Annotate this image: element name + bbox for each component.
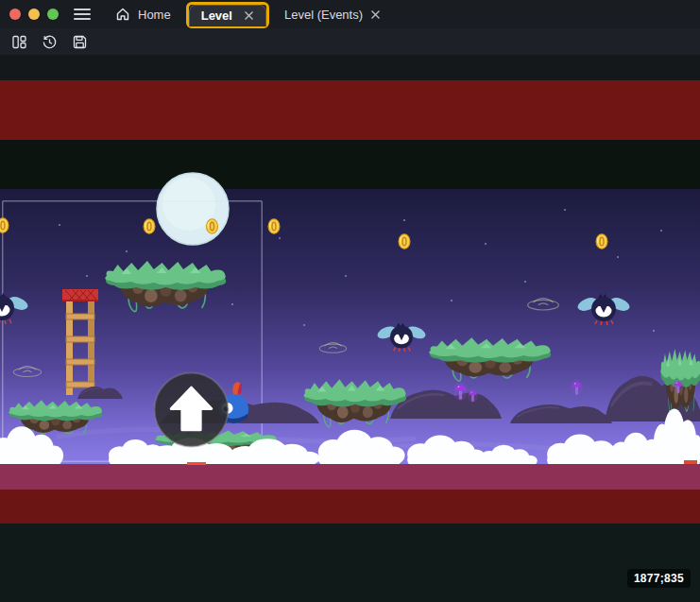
gdevelop-window: Home Level Level (Events) [0, 0, 700, 602]
coin[interactable] [268, 219, 280, 233]
project-manager-icon[interactable] [11, 34, 27, 50]
lava-mark[interactable] [684, 460, 697, 464]
coin[interactable] [207, 219, 218, 233]
tab-home-label: Home [138, 8, 171, 22]
coin[interactable] [399, 234, 410, 249]
tab-level-events[interactable]: Level (Events) [273, 0, 392, 28]
toolbar: Preview Share [0, 28, 700, 55]
title-bar: Home Level Level (Events) [0, 0, 700, 28]
save-icon[interactable] [72, 34, 88, 50]
red-ground-strip-top[interactable] [0, 80, 700, 140]
close-window-button[interactable] [9, 9, 21, 20]
glow-mushroom[interactable] [468, 388, 478, 403]
lava-mark[interactable] [187, 462, 206, 465]
close-icon[interactable] [244, 10, 254, 21]
ground-strip-pink[interactable] [0, 464, 700, 490]
dark-strip [0, 140, 700, 189]
toolbar-left-group [11, 34, 88, 50]
glow-mushroom[interactable] [453, 382, 468, 401]
tab-strip: Home Level Level (Events) [104, 0, 392, 28]
touch-up-arrow-control[interactable] [155, 373, 229, 447]
tab-level[interactable]: Level [189, 5, 266, 26]
tab-home[interactable]: Home [104, 0, 182, 28]
night-sky [0, 189, 700, 465]
close-icon[interactable] [370, 9, 381, 20]
tutorial-highlight-box: Level [186, 2, 269, 28]
scene-render [0, 55, 700, 602]
version-history-icon[interactable] [42, 34, 58, 50]
tab-level-label: Level [201, 9, 232, 23]
coin[interactable] [144, 219, 155, 233]
cursor-coordinates: 1877;835 [627, 569, 691, 588]
home-icon [115, 7, 130, 22]
ground-strip-dark-red[interactable] [0, 490, 700, 524]
minimize-window-button[interactable] [28, 9, 40, 20]
tab-level-events-label: Level (Events) [284, 8, 363, 22]
scene-canvas[interactable]: 1877;835 [0, 55, 700, 602]
coin[interactable] [0, 218, 9, 232]
glow-mushroom[interactable] [673, 379, 684, 394]
menu-icon[interactable] [74, 9, 91, 20]
glow-mushroom[interactable] [571, 379, 583, 396]
window-controls [9, 9, 59, 20]
moon[interactable] [157, 173, 229, 245]
editor-gap-strip [0, 55, 700, 80]
maximize-window-button[interactable] [47, 9, 59, 20]
coin[interactable] [596, 234, 607, 249]
